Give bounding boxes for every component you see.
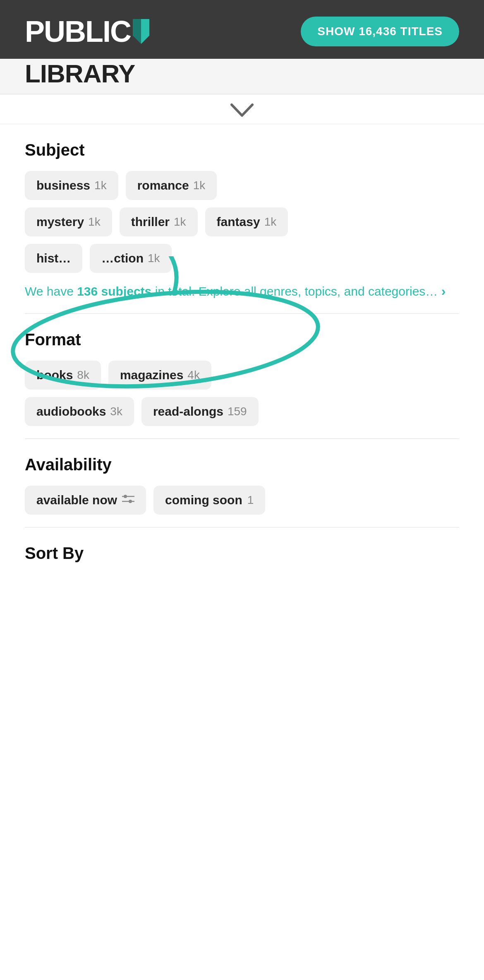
partial-header: LIBRARY: [0, 59, 484, 94]
tag-label: books: [36, 368, 73, 382]
tag-count: 1k: [94, 179, 107, 192]
tag-count: 1k: [148, 252, 160, 265]
logo-row: PUBLIC: [25, 17, 153, 46]
subject-tags-row-3: hist… …ction 1k: [25, 244, 459, 273]
tag-label: audiobooks: [36, 405, 106, 419]
subject-tag-romance[interactable]: romance 1k: [126, 171, 217, 200]
format-tags-row-2: audiobooks 3k read-alongs 159: [25, 397, 459, 426]
tag-count: 1k: [264, 215, 277, 229]
avail-label: available now: [36, 493, 117, 507]
explore-post: in total. Explore all genres, topics, an…: [151, 284, 441, 298]
subject-section-title: Subject: [25, 141, 459, 159]
subject-tag-fiction[interactable]: …ction 1k: [90, 244, 171, 273]
availability-section-title: Availability: [25, 455, 459, 474]
tag-label: business: [36, 178, 90, 193]
availability-section: Availability available now c: [25, 455, 459, 515]
svg-point-3: [124, 495, 127, 498]
main-content: Subject business 1k romance 1k mystery 1…: [0, 124, 484, 591]
availability-coming-soon[interactable]: coming soon 1: [153, 486, 265, 515]
explore-pre: We have: [25, 284, 77, 298]
library-label: LIBRARY: [25, 59, 459, 90]
format-tag-magazines[interactable]: magazines 4k: [108, 361, 211, 390]
tag-label: mystery: [36, 215, 84, 229]
avail-label: coming soon: [165, 493, 242, 507]
availability-available-now[interactable]: available now: [25, 486, 146, 515]
subject-tag-hist[interactable]: hist…: [25, 244, 82, 273]
subject-tag-business[interactable]: business 1k: [25, 171, 118, 200]
subject-tag-fantasy[interactable]: fantasy 1k: [205, 207, 288, 236]
logo-text: PUBLIC: [25, 17, 131, 46]
tag-count: 1k: [88, 215, 101, 229]
explore-arrow: ›: [441, 284, 446, 299]
tag-label: …ction: [101, 251, 144, 265]
filter-icon: [122, 494, 134, 506]
tag-label: romance: [137, 178, 189, 193]
tag-count: 3k: [110, 405, 122, 418]
explore-count: 136 subjects: [77, 284, 151, 298]
chevron-divider: [0, 94, 484, 124]
sort-by-section-title: Sort By: [25, 544, 459, 563]
tag-label: magazines: [120, 368, 183, 382]
show-titles-button[interactable]: SHOW 16,436 TITLES: [301, 17, 459, 46]
tag-count: 4k: [187, 368, 200, 382]
section-divider-1: [25, 313, 459, 314]
explore-link[interactable]: We have 136 subjects in total. Explore a…: [25, 281, 459, 301]
format-tag-books[interactable]: books 8k: [25, 361, 101, 390]
tag-label: read-alongs: [153, 405, 223, 419]
svg-point-6: [129, 500, 132, 503]
avail-count: 1: [247, 494, 254, 507]
sort-by-section: Sort By: [25, 544, 459, 563]
tag-label: thriller: [131, 215, 170, 229]
svg-marker-1: [141, 19, 149, 44]
chevron-icon: [230, 103, 254, 120]
section-divider-3: [25, 527, 459, 527]
format-tags-row-1: books 8k magazines 4k: [25, 361, 459, 390]
format-section: Format books 8k magazines 4k audiobooks …: [25, 330, 459, 426]
tag-count: 1k: [193, 179, 206, 192]
format-tag-read-alongs[interactable]: read-alongs 159: [141, 397, 259, 426]
subject-section: Subject business 1k romance 1k mystery 1…: [25, 141, 459, 301]
format-section-title: Format: [25, 330, 459, 349]
subject-tag-mystery[interactable]: mystery 1k: [25, 207, 112, 236]
tag-count: 159: [228, 405, 247, 418]
tag-count: 1k: [174, 215, 186, 229]
format-tag-audiobooks[interactable]: audiobooks 3k: [25, 397, 134, 426]
tag-label: fantasy: [217, 215, 260, 229]
tag-count: 8k: [77, 368, 89, 382]
logo-icon: [129, 17, 153, 46]
subject-tag-thriller[interactable]: thriller 1k: [120, 207, 198, 236]
availability-row: available now coming soon 1: [25, 486, 459, 515]
subject-tags-row-1: business 1k romance 1k: [25, 171, 459, 200]
section-divider-2: [25, 438, 459, 439]
explore-link-wrapper: We have 136 subjects in total. Explore a…: [25, 281, 459, 301]
tag-label: hist…: [36, 251, 71, 265]
header-bar: PUBLIC SHOW 16,436 TITLES: [0, 0, 484, 59]
subject-tags-row-2: mystery 1k thriller 1k fantasy 1k: [25, 207, 459, 236]
